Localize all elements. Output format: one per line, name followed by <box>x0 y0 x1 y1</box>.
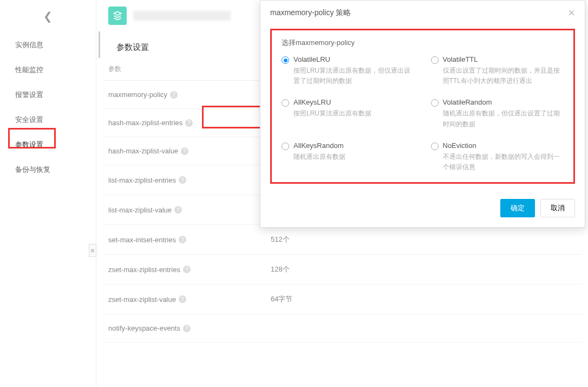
help-icon[interactable]: ? <box>183 325 191 332</box>
sidebar-item-performance[interactable]: 性能监控 <box>0 57 96 82</box>
radio-label: AllKeysRandom <box>293 141 345 150</box>
sidebar-item-params[interactable]: 参数设置 <box>0 132 96 157</box>
param-row[interactable]: zset-max-ziplist-entries? 128个 <box>103 255 582 285</box>
param-value: 64字节 <box>271 294 292 304</box>
app-icon <box>108 7 127 25</box>
highlight-modal-body: 选择maxmemory-policy VolatileLRU 按照LRU算法逐出… <box>270 29 575 184</box>
param-name-label: maxmemory-policy <box>108 91 167 99</box>
help-icon[interactable]: ? <box>183 266 191 273</box>
cancel-button[interactable]: 取消 <box>540 199 575 217</box>
radio-label: AllKeysLRU <box>293 98 371 106</box>
help-icon[interactable]: ? <box>185 119 193 127</box>
param-name-label: set-max-intset-entries <box>108 236 176 244</box>
radio-volatile-random[interactable] <box>431 99 439 107</box>
param-name-label: notify-keyspace-events <box>108 324 180 332</box>
radio-desc: 随机逐出原有数据，但仅逐出设置了过期时间的数据 <box>443 108 564 129</box>
param-name-label: list-max-ziplist-value <box>108 206 172 214</box>
param-name-label: zset-max-ziplist-entries <box>108 266 180 274</box>
radio-volatile-ttl[interactable] <box>431 56 439 64</box>
radio-allkeys-random[interactable] <box>282 143 289 150</box>
param-row[interactable]: set-max-intset-entries? 512个 <box>103 225 582 255</box>
radio-desc: 随机逐出原有数据 <box>293 152 345 162</box>
param-value: 512个 <box>271 235 290 244</box>
radio-allkeys-lru[interactable] <box>282 99 289 107</box>
help-icon[interactable]: ? <box>170 91 178 99</box>
help-icon[interactable]: ? <box>181 147 188 155</box>
radio-desc: 仅逐出设置了过期时间的数据，并且是按照TTL有小到大的顺序进行逐出 <box>443 66 564 86</box>
radio-label: VolatileLRU <box>293 55 415 63</box>
sidebar-item-instance-info[interactable]: 实例信息 <box>0 33 96 57</box>
param-name-label: hash-max-ziplist-value <box>108 147 178 155</box>
radio-volatile-lru[interactable] <box>282 56 289 64</box>
radio-desc: 不逐出任何数据，新数据的写入会得到一个错误信息 <box>443 152 564 172</box>
param-name-label: zset-max-ziplist-value <box>108 295 176 304</box>
side-nav: 实例信息 性能监控 报警设置 安全设置 参数设置 备份与恢复 <box>0 33 96 182</box>
modal-title: maxmemory-policy 策略 <box>270 8 351 18</box>
sidebar-item-backup[interactable]: 备份与恢复 <box>0 157 96 182</box>
param-row[interactable]: notify-keyspace-events? <box>103 314 582 343</box>
help-icon[interactable]: ? <box>179 295 186 303</box>
back-icon[interactable]: ❮ <box>43 10 53 23</box>
radio-desc: 按照LRU算法逐出原有数据 <box>293 108 371 119</box>
param-name-label: list-max-ziplist-entries <box>108 176 176 184</box>
radio-label: VolatileTTL <box>443 55 564 63</box>
select-label: 选择maxmemory-policy <box>282 38 564 48</box>
help-icon[interactable]: ? <box>179 236 186 243</box>
sidebar-item-alarm[interactable]: 报警设置 <box>0 82 96 107</box>
param-value: 128个 <box>271 265 290 274</box>
sidebar-item-security[interactable]: 安全设置 <box>0 107 96 132</box>
radio-label: NoEviction <box>443 141 564 150</box>
confirm-button[interactable]: 确定 <box>500 199 535 217</box>
policy-modal: maxmemory-policy 策略 × 选择maxmemory-policy… <box>260 0 585 228</box>
instance-title-blurred <box>133 11 231 21</box>
param-row[interactable]: zset-max-ziplist-value? 64字节 <box>103 285 582 314</box>
radio-label: VolatileRandom <box>443 98 564 106</box>
close-icon[interactable]: × <box>568 7 575 19</box>
collapse-handle-icon[interactable]: ≡ <box>89 244 96 257</box>
radio-noeviction[interactable] <box>431 143 439 150</box>
param-name-label: hash-max-ziplist-entries <box>108 119 182 127</box>
help-icon[interactable]: ? <box>174 206 182 214</box>
radio-desc: 按照LRU算法逐出原有数据，但仅逐出设置了过期时间的数据 <box>293 66 415 86</box>
sidebar: ❮ 实例信息 性能监控 报警设置 安全设置 参数设置 备份与恢复 <box>0 0 96 387</box>
help-icon[interactable]: ? <box>179 176 186 184</box>
